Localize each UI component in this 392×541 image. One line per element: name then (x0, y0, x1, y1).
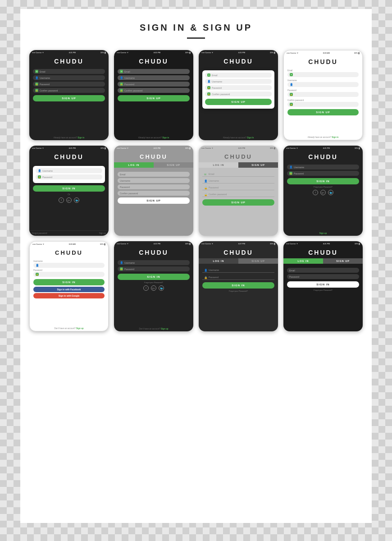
lock-icon-2-1: 🔒 (38, 175, 41, 179)
phone-2-1: ●●● Carrier ▼ 4:21 PM 33% ▓ CHUDU 👤 User… (29, 146, 109, 236)
username-field-2-1[interactable]: 👤 Username (36, 168, 102, 173)
password-field-1-4[interactable]: 🔒 (287, 92, 359, 97)
login-tab-2-3[interactable]: LOG IN (199, 162, 238, 168)
signin-btn-3-4[interactable]: SIGN IN (287, 281, 359, 288)
user-icon-1-4: 👤 (290, 83, 293, 86)
username-field-2-3[interactable]: 👤 Username (202, 179, 274, 183)
google-icon-3-2[interactable]: g+ (151, 285, 156, 291)
google-btn-3-1[interactable]: Sign in with Google (33, 293, 105, 298)
signin-btn-2-4[interactable]: SIGN IN (287, 178, 359, 184)
forgot-3-3: Forgot your Password? (202, 290, 274, 292)
signup-tab-3-3[interactable]: SIGN UP (238, 258, 278, 264)
white-card-1-3: ✉ Email 👤 Username 🔒 Password 🔒 Confirm … (202, 70, 274, 109)
body-2-2: Email Username Password Confirm password… (114, 170, 193, 236)
email-field-1-1[interactable]: ✉ Email (33, 69, 105, 74)
signup-btn-1-4[interactable]: SIGN UP (287, 109, 359, 115)
signup-btn-1-1[interactable]: SIGN UP (33, 95, 105, 101)
signin-btn-3-3[interactable]: SIGN IN (202, 282, 274, 289)
username-field-3-2[interactable]: 👤 Username (118, 260, 190, 265)
facebook-btn-2-1[interactable]: f (59, 197, 64, 203)
facebook-btn-3-1[interactable]: Sign in with Facebook (33, 287, 105, 292)
footer-2-4: Sign up (283, 231, 363, 236)
username-field-2-4[interactable]: 👤 Username (287, 165, 359, 170)
email-field-1-4[interactable]: ✉ (287, 72, 359, 77)
password-field-1-1[interactable]: 🔒 Password (33, 82, 105, 87)
username-field-1-2[interactable]: 👤 Username (118, 75, 190, 80)
signin-btn-3-2[interactable]: SIGN IN (118, 274, 190, 280)
username-field-1-1[interactable]: 👤 Username (33, 75, 105, 80)
social-row-3-2: f g+ 🐦 (118, 285, 190, 291)
facebook-icon-2-4[interactable]: f (313, 190, 318, 195)
phones-grid-row1: ●●● Carrier ▼ 4:21 PM 33% ▓ CHUDU ✉ Emai… (29, 50, 363, 140)
email-field-2-2[interactable]: Email (118, 172, 190, 177)
password-field-1-3[interactable]: 🔒 Password (205, 85, 272, 90)
email-field-1-3[interactable]: ✉ Email (205, 73, 272, 78)
password-field-1-2[interactable]: 🔒 Password (118, 82, 190, 87)
signup-btn-2-2[interactable]: SIGN UP (118, 197, 190, 204)
page-container: SIGN IN & SIGN UP ●●● Carrier ▼ 4:21 PM … (20, 9, 372, 523)
password-field-3-4[interactable]: Password (287, 274, 359, 279)
password-field-3-1[interactable]: 🔒 (33, 272, 105, 277)
signup-btn-1-2[interactable]: SIGN UP (118, 95, 190, 101)
login-tab-3-3[interactable]: LOG IN (199, 258, 238, 264)
user-icon-1-2: 👤 (120, 76, 123, 79)
white-card-2-1: 👤 Username 🔒 Password (33, 166, 105, 183)
logo-3-2: CHUDU (114, 245, 193, 258)
user-icon-2-4: 👤 (289, 165, 292, 169)
email-field-2-3[interactable]: ✉ Email (202, 172, 274, 177)
email-icon-1-3: ✉ (207, 73, 210, 77)
tab-row-2-3: LOG IN SIGN UP (199, 162, 278, 168)
body-2-4: 👤 Username 🔒 Password SIGN IN Forgot you… (283, 163, 363, 231)
confirm-field-1-4[interactable]: 🔒 (287, 102, 359, 107)
password-field-2-4[interactable]: 🔒 Password (287, 171, 359, 176)
lock2-icon-1-1: 🔒 (35, 89, 38, 92)
phone-1-2: ●●● Carrier ▼ 4:21 PM 32% ▓ CHUDU ✉ Emai… (114, 50, 193, 140)
google-btn-2-1[interactable]: g+ (66, 197, 72, 203)
twitter-btn-2-1[interactable]: 🐦 (74, 197, 79, 203)
google-icon-2-4[interactable]: g+ (320, 190, 326, 195)
phone-1-3: ●●● Carrier ▼ 4:21 PM 33% ▓ CHUDU ✉ Emai… (199, 50, 278, 140)
email-field-3-4[interactable]: Email (287, 268, 359, 273)
email-icon-1-2: ✉ (120, 70, 123, 73)
signin-btn-2-1[interactable]: SIGN IN (33, 185, 105, 192)
login-tab-2-2[interactable]: LOG IN (114, 162, 154, 168)
password-field-2-3[interactable]: 🔒 Password (202, 185, 274, 190)
password-field-3-3[interactable]: 🔒 Password (202, 275, 274, 280)
lock-icon-3-3: 🔒 (204, 276, 207, 279)
body-1-3: ✉ Email 👤 Username 🔒 Password 🔒 Confirm … (199, 67, 278, 135)
confirm-field-2-3[interactable]: 🔒 Confirm password (202, 192, 274, 197)
confirm-field-2-2[interactable]: Confirm password (118, 191, 190, 196)
tab-row-2-2: LOG IN SIGN UP (114, 162, 193, 168)
confirm-field-1-2[interactable]: 🔒 Confirm password (118, 88, 190, 93)
lock-icon-3-1: 🔒 (36, 273, 39, 276)
username-field-1-4[interactable]: 👤 (287, 82, 359, 87)
signin-btn-3-1[interactable]: SIGN IN (33, 279, 105, 285)
password-field-2-1[interactable]: 🔒 Password (36, 174, 102, 179)
signup-tab-2-2[interactable]: SIGN UP (154, 162, 193, 168)
signup-btn-2-3[interactable]: SIGN UP (202, 199, 274, 206)
twitter-icon-2-4[interactable]: 🐦 (328, 190, 333, 195)
tab-row-3-4: LOG IN SIGN UP (283, 258, 363, 264)
password-field-2-2[interactable]: Password (118, 184, 190, 189)
confirm-field-1-3[interactable]: 🔒 Confirm password (205, 92, 272, 96)
password-field-3-2[interactable]: 🔒 Password (118, 266, 190, 271)
signup-tab-2-3[interactable]: SIGN UP (238, 162, 278, 168)
signup-btn-1-3[interactable]: SIGN UP (205, 99, 272, 105)
tab-row-3-3: LOG IN SIGN UP (199, 258, 278, 264)
login-tab-3-4[interactable]: LOG IN (283, 258, 323, 264)
status-bar-2-3: ●●● Carrier ▼ 4:21 PM 33% ▓ (199, 146, 278, 150)
lock-icon-1-4: 🔒 (290, 93, 293, 96)
facebook-icon-3-2[interactable]: f (143, 285, 149, 291)
confirm-field-1-1[interactable]: 🔒 Confirm password (33, 88, 105, 93)
footer-1-4: Already have an account? Sign in (284, 135, 362, 140)
lock-icon-2-3: 🔒 (204, 186, 207, 189)
email-field-1-2[interactable]: ✉ Email (118, 69, 190, 74)
username-field-2-2[interactable]: Username (118, 178, 190, 183)
lock-icon-2-4: 🔒 (289, 172, 292, 175)
phone-2-4: ●●● Carrier ▼ 4:21 PM 33% ▓ CHUDU 👤 User… (283, 146, 363, 236)
username-field-1-3[interactable]: 👤 Username (205, 79, 272, 84)
signup-tab-3-4[interactable]: SIGN UP (323, 258, 363, 264)
twitter-icon-3-2[interactable]: 🐦 (159, 285, 164, 291)
username-field-3-1[interactable]: 👤 (33, 263, 105, 268)
username-field-3-3[interactable]: 👤 Username (202, 268, 274, 273)
